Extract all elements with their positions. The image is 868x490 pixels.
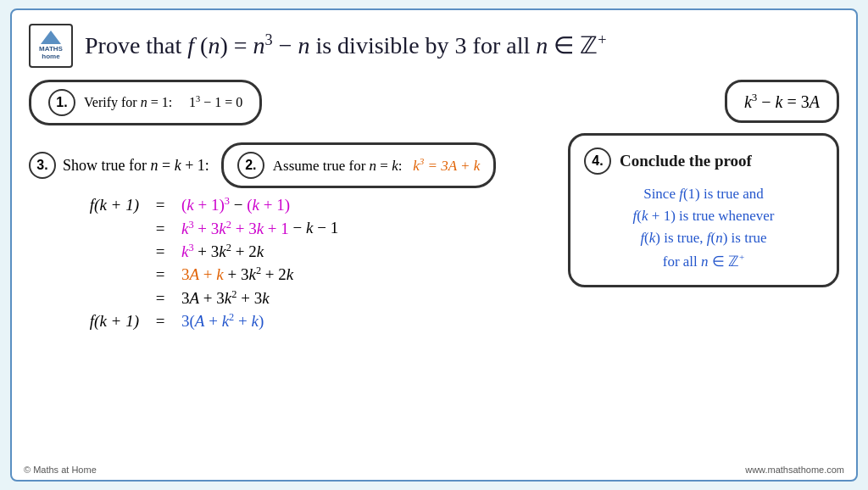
main-container: MATHShome Prove that f (n) = n3 − n is d… <box>10 8 858 482</box>
step2-box: 2. Assume true for n = k: k3 = 3A + k <box>221 142 497 188</box>
step3-header: 3. Show true for n = k + 1: <box>29 152 209 179</box>
math-line-6: f(k + 1) = 3(A + k2 + k) <box>46 311 554 331</box>
step4-title: Conclude the proof <box>620 152 752 170</box>
logo-triangle <box>41 31 61 44</box>
step1-box: 1. Verify for n = 1: 13 − 1 = 0 <box>29 80 262 125</box>
kbox: k3 − k = 3A <box>725 80 839 123</box>
math-line-3: = k3 + 3k2 + 2k <box>46 242 554 261</box>
footer: © Maths at Home www.mathsathome.com <box>24 465 844 475</box>
footer-right: www.mathsathome.com <box>745 465 844 475</box>
step2-label: Assume true for n = k: k3 = 3A + k <box>273 156 481 175</box>
step3-circle: 3. <box>29 152 56 179</box>
math-line-5: = 3A + 3k2 + 3k <box>46 287 554 307</box>
footer-left: © Maths at Home <box>24 465 97 475</box>
math-line-2: = k3 + 3k2 + 3k + 1 − k − 1 <box>46 218 554 237</box>
logo: MATHShome <box>29 24 73 68</box>
step4-box: 4. Conclude the proof Since f(1) is true… <box>568 133 839 287</box>
step4-body: Since f(1) is true and f(k + 1) is true … <box>584 183 823 273</box>
step1-circle: 1. <box>48 89 75 116</box>
page-title: Prove that f (n) = n3 − n is divisible b… <box>85 31 606 59</box>
step1-label: Verify for n = 1: 13 − 1 = 0 <box>84 94 242 110</box>
step4-header: 4. Conclude the proof <box>584 148 823 175</box>
math-block: f(k + 1) = (k + 1)3 − (k + 1) = k3 + 3k2… <box>46 195 554 331</box>
step3-label: Show true for n = k + 1: <box>63 157 209 175</box>
math-line-4: = 3A + k + 3k2 + 2k <box>46 264 554 284</box>
logo-text: MATHShome <box>39 46 63 61</box>
step4-circle: 4. <box>584 148 611 175</box>
math-line-1: f(k + 1) = (k + 1)3 − (k + 1) <box>46 195 554 214</box>
header: MATHShome Prove that f (n) = n3 − n is d… <box>29 24 839 68</box>
step2-circle: 2. <box>237 152 264 179</box>
right-section: k3 − k = 3A 4. Conclude the proof Since … <box>568 80 839 334</box>
left-section: 1. Verify for n = 1: 13 − 1 = 0 3. Show … <box>29 80 554 334</box>
